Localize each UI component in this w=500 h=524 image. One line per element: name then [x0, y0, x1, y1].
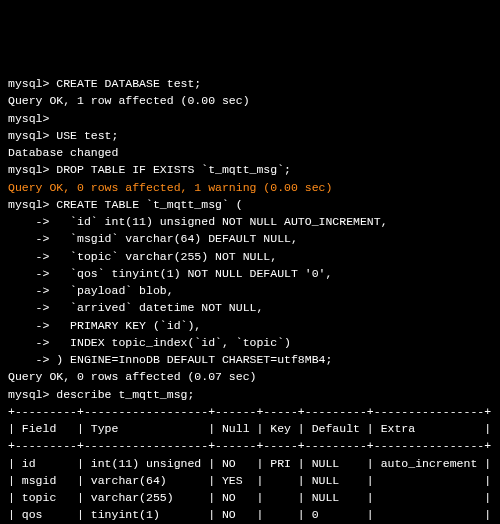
- terminal-line: Query OK, 0 rows affected, 1 warning (0.…: [8, 179, 492, 196]
- terminal-line: -> `arrived` datetime NOT NULL,: [8, 299, 492, 316]
- terminal-line: mysql> USE test;: [8, 127, 492, 144]
- terminal-line: -> `payload` blob,: [8, 282, 492, 299]
- terminal-line: +---------+------------------+------+---…: [8, 403, 492, 420]
- terminal-line: mysql> CREATE DATABASE test;: [8, 75, 492, 92]
- terminal-line: Query OK, 0 rows affected (0.07 sec): [8, 368, 492, 385]
- terminal-line: -> INDEX topic_index(`id`, `topic`): [8, 334, 492, 351]
- terminal-line: | topic | varchar(255) | NO | | NULL | |: [8, 489, 492, 506]
- terminal-line: -> `qos` tinyint(1) NOT NULL DEFAULT '0'…: [8, 265, 492, 282]
- terminal-line: -> ) ENGINE=InnoDB DEFAULT CHARSET=utf8M…: [8, 351, 492, 368]
- terminal-line: mysql>: [8, 110, 492, 127]
- terminal-line: Query OK, 1 row affected (0.00 sec): [8, 92, 492, 109]
- terminal-output: mysql> CREATE DATABASE test;Query OK, 1 …: [8, 75, 492, 524]
- terminal-line: mysql> CREATE TABLE `t_mqtt_msg` (: [8, 196, 492, 213]
- terminal-line: -> `topic` varchar(255) NOT NULL,: [8, 248, 492, 265]
- terminal-line: -> `id` int(11) unsigned NOT NULL AUTO_I…: [8, 213, 492, 230]
- terminal-line: Database changed: [8, 144, 492, 161]
- terminal-line: mysql> DROP TABLE IF EXISTS `t_mqtt_msg`…: [8, 161, 492, 178]
- terminal-line: | Field | Type | Null | Key | Default | …: [8, 420, 492, 437]
- terminal-line: mysql> describe t_mqtt_msg;: [8, 386, 492, 403]
- terminal-line: -> `msgid` varchar(64) DEFAULT NULL,: [8, 230, 492, 247]
- terminal-line: | id | int(11) unsigned | NO | PRI | NUL…: [8, 455, 492, 472]
- terminal-line: +---------+------------------+------+---…: [8, 437, 492, 454]
- terminal-line: -> PRIMARY KEY (`id`),: [8, 317, 492, 334]
- terminal-line: | qos | tinyint(1) | NO | | 0 | |: [8, 506, 492, 523]
- terminal-line: | msgid | varchar(64) | YES | | NULL | |: [8, 472, 492, 489]
